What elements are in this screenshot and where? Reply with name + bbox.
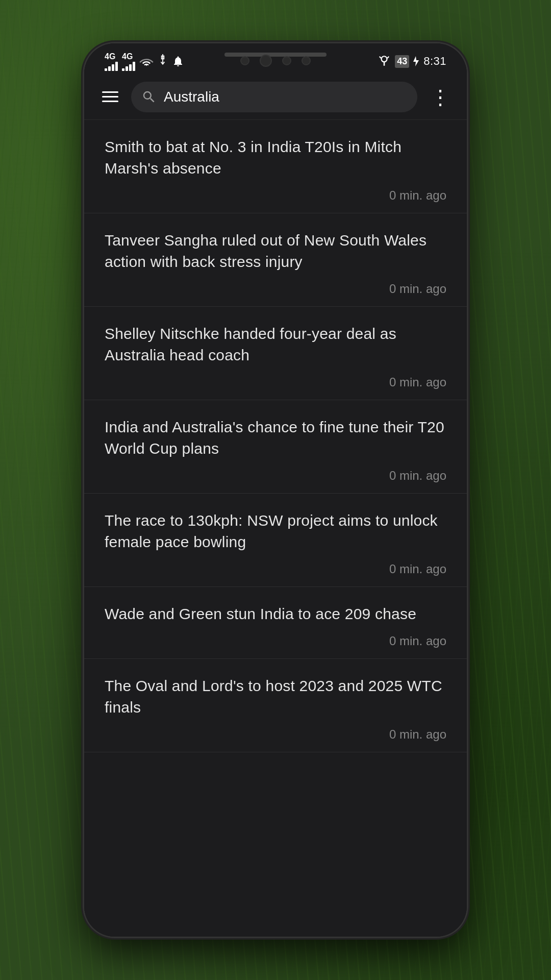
lightning-icon (411, 55, 419, 67)
menu-button[interactable] (99, 89, 121, 105)
phone-screen: 4G 4G (84, 43, 467, 937)
signal-bars-2 (122, 62, 135, 71)
camera-dot-2 (282, 56, 291, 65)
camera-dot-1 (240, 56, 249, 65)
menu-line-1 (102, 91, 118, 93)
news-item-2[interactable]: Tanveer Sangha ruled out of New South Wa… (84, 213, 467, 307)
news-title-1: Smith to bat at No. 3 in India T20Is in … (105, 136, 446, 179)
news-time-4: 0 min. ago (105, 469, 446, 483)
search-bar[interactable]: Australia (131, 82, 417, 112)
usb-icon (158, 54, 168, 68)
bar-4 (115, 62, 118, 71)
signal-bars-1 (105, 62, 118, 71)
news-title-4: India and Australia's chance to fine tun… (105, 416, 446, 459)
bar-6 (126, 66, 128, 71)
menu-line-3 (102, 101, 118, 102)
bar-5 (122, 68, 124, 71)
signal-1-label: 4G (105, 52, 118, 61)
battery: 43 (395, 55, 409, 68)
bar-2 (108, 66, 111, 71)
bar-1 (105, 68, 107, 71)
news-title-6: Wade and Green stun India to ace 209 cha… (105, 603, 446, 625)
news-time-2: 0 min. ago (105, 282, 446, 296)
news-item-6[interactable]: Wade and Green stun India to ace 209 cha… (84, 587, 467, 659)
camera-dot-3 (302, 56, 311, 65)
news-list[interactable]: Smith to bat at No. 3 in India T20Is in … (84, 120, 467, 937)
header-bar: Australia ⋮ (84, 74, 467, 120)
menu-line-2 (102, 96, 118, 97)
news-time-3: 0 min. ago (105, 375, 446, 389)
signal-group-2: 4G (122, 52, 135, 71)
news-item-7[interactable]: The Oval and Lord's to host 2023 and 202… (84, 659, 467, 752)
notification-bell-icon (172, 55, 184, 67)
news-item-5[interactable]: The race to 130kph: NSW project aims to … (84, 494, 467, 587)
news-time-5: 0 min. ago (105, 562, 446, 576)
news-item-3[interactable]: Shelley Nitschke handed four-year deal a… (84, 307, 467, 400)
news-time-6: 0 min. ago (105, 634, 446, 648)
news-time-7: 0 min. ago (105, 727, 446, 742)
news-item-4[interactable]: India and Australia's chance to fine tun… (84, 400, 467, 494)
bar-3 (112, 64, 114, 71)
wifi-icon (139, 55, 154, 67)
alarm-icon (378, 55, 391, 68)
news-title-7: The Oval and Lord's to host 2023 and 202… (105, 675, 446, 718)
bar-7 (129, 64, 132, 71)
status-left: 4G 4G (105, 52, 184, 71)
status-time: 8:31 (423, 55, 446, 68)
search-value: Australia (164, 89, 219, 105)
news-time-1: 0 min. ago (105, 188, 446, 203)
more-options-button[interactable]: ⋮ (428, 85, 452, 109)
status-right: 43 8:31 (378, 55, 446, 68)
camera-area (240, 55, 311, 67)
signal-group-1: 4G (105, 52, 118, 71)
news-title-3: Shelley Nitschke handed four-year deal a… (105, 323, 446, 366)
news-title-2: Tanveer Sangha ruled out of New South Wa… (105, 230, 446, 273)
search-icon (141, 89, 157, 105)
news-title-5: The race to 130kph: NSW project aims to … (105, 510, 446, 553)
battery-container: 43 (395, 55, 419, 68)
bar-8 (133, 62, 135, 71)
battery-level: 43 (397, 56, 407, 67)
camera-dot-main (260, 55, 272, 67)
news-item-1[interactable]: Smith to bat at No. 3 in India T20Is in … (84, 120, 467, 213)
phone-frame: 4G 4G (84, 43, 467, 937)
signal-2-label: 4G (122, 52, 135, 61)
